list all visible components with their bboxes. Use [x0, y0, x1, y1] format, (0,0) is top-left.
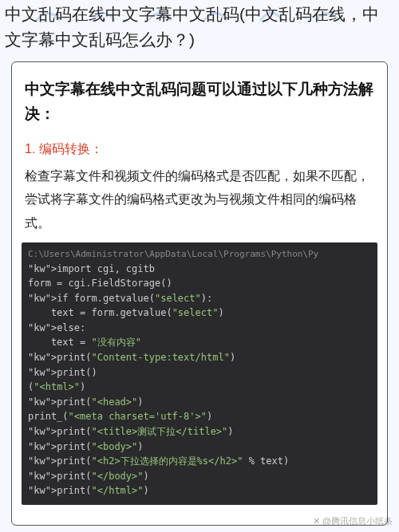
code-line: "kw">if form.getvalue("select"): [28, 291, 371, 306]
code-line: "kw">import cgi, cgitb [28, 262, 371, 277]
page-title: 中文乱码在线中文字幕中文乱码(中文乱码在线，中文字幕中文乱码怎么办？) [0, 0, 399, 58]
code-line: print_("<meta charset='utf-8'>") [28, 409, 371, 424]
code-block: C:\Users\Administrator\AppData\Local\Pro… [22, 242, 377, 505]
code-line: "kw">print("<title>测试下拉</title>") [28, 424, 371, 439]
code-line: "kw">print("<head>") [28, 395, 371, 410]
code-path: C:\Users\Administrator\AppData\Local\Pro… [28, 247, 371, 261]
code-line: form = cgi.FieldStorage() [28, 276, 371, 291]
code-line: "kw">print("Content-type:text/html") [28, 350, 371, 365]
code-line: "kw">print("<body>") [28, 439, 371, 455]
code-line: text = form.getvalue("select") [28, 305, 371, 321]
section-heading: 中文字幕在线中文乱码问题可以通过以下几种方法解决： [25, 77, 374, 127]
method-1-title: 1. 编码转换： [25, 141, 374, 158]
code-line: "kw">print("</html>") [28, 483, 371, 499]
code-line: text = "没有内容" [28, 335, 371, 350]
method-1-body: 检查字幕文件和视频文件的编码格式是否匹配，如果不匹配，尝试将字幕文件的编码格式更… [25, 164, 374, 235]
code-line: "kw">print() [28, 365, 371, 380]
code-line: "kw">else: [28, 321, 371, 336]
code-line: ("<html>") [28, 380, 371, 395]
code-line: "kw">print("</body>") [28, 469, 371, 484]
watermark: ✕ @腾讯信息小纸条 [313, 515, 393, 527]
content-card: 中文字幕在线中文乱码问题可以通过以下几种方法解决： 1. 编码转换： 检查字幕文… [11, 61, 388, 526]
code-line: "kw">print("<h2>下拉选择的内容是%s</h2>" % text) [28, 454, 371, 469]
